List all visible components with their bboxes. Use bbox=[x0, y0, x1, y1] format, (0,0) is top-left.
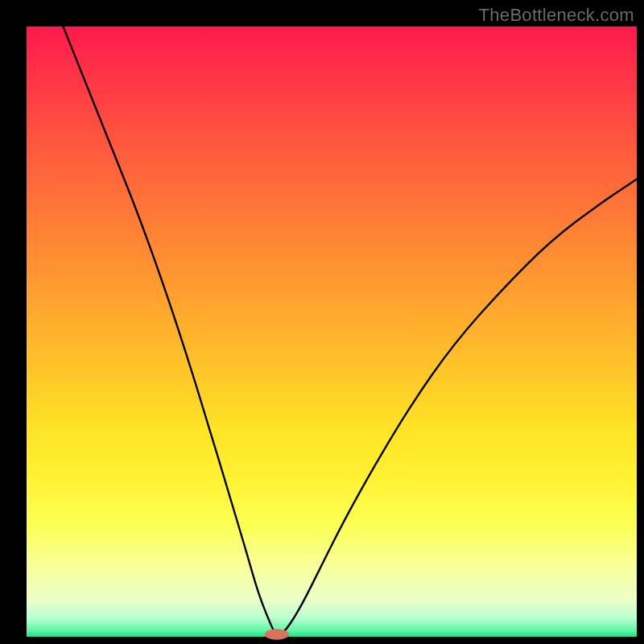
watermark-text: TheBottleneck.com bbox=[479, 5, 634, 26]
chart-frame: TheBottleneck.com bbox=[0, 0, 644, 644]
optimal-marker bbox=[265, 629, 289, 640]
bottleneck-chart bbox=[0, 0, 644, 644]
plot-area bbox=[27, 27, 637, 640]
